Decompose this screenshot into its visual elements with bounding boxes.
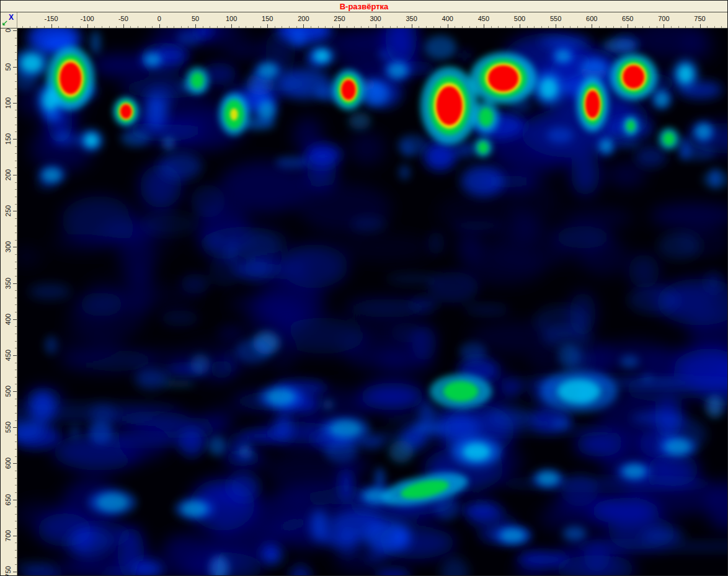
x-tick-label: 600 [586,15,597,22]
x-tick-label: 500 [514,15,525,22]
x-major-tick [195,24,196,28]
x-minor-tick [73,26,73,28]
x-ruler: -150-100-5005010015020025030035040045050… [17,12,728,29]
x-major-tick [51,24,52,28]
y-tick-label: 250 [4,205,12,216]
y-minor-tick [15,153,17,154]
x-axis-indicator: X [9,13,14,22]
y-minor-tick [15,514,17,515]
y-minor-tick [15,95,17,96]
x-major-tick [231,24,232,28]
y-minor-tick [15,377,17,378]
y-major-tick [13,175,17,175]
x-minor-tick [462,26,463,28]
y-tick-label: 150 [4,133,12,144]
x-minor-tick [80,26,81,28]
y-minor-tick [15,262,17,262]
x-major-tick [267,24,268,28]
x-minor-tick [657,26,657,28]
y-minor-tick [15,60,17,60]
y-minor-tick [15,341,17,342]
depth-axis-arrow-icon [1,20,8,27]
y-major-tick [13,139,17,140]
y-major-tick [13,67,17,68]
x-minor-tick [22,26,23,28]
x-minor-tick [44,26,45,28]
y-tick-label: 600 [4,458,12,469]
x-tick-label: 200 [298,15,309,22]
y-minor-tick [15,492,17,493]
y-major-tick [13,247,17,247]
x-major-tick [87,24,88,28]
x-minor-tick [325,26,326,28]
y-minor-tick [15,471,17,471]
x-minor-tick [203,26,203,28]
x-minor-tick [649,26,650,28]
x-minor-tick [534,26,535,28]
x-minor-tick [181,26,182,28]
x-minor-tick [635,26,636,28]
y-tick-label: 750 [4,566,12,576]
y-tick-label: 700 [4,530,12,541]
x-minor-tick [275,26,275,28]
y-minor-tick [15,550,17,551]
window-title: В-развёртка [340,2,389,11]
x-minor-tick [721,26,722,28]
x-minor-tick [66,26,66,28]
x-minor-tick [102,26,102,28]
y-major-tick [13,319,17,320]
x-minor-tick [491,26,492,28]
x-major-tick [412,24,412,28]
x-minor-tick [253,26,254,28]
y-minor-tick [15,304,17,305]
y-minor-tick [15,38,17,38]
y-minor-tick [15,363,17,363]
x-minor-tick [685,26,686,28]
y-minor-tick [15,420,17,421]
x-minor-tick [282,26,282,28]
x-minor-tick [455,26,455,28]
x-minor-tick [318,26,319,28]
x-minor-tick [246,26,246,28]
x-minor-tick [224,26,225,28]
y-tick-label: 450 [4,350,12,361]
x-tick-label: 50 [192,15,199,22]
x-minor-tick [512,26,513,28]
x-minor-tick [613,26,614,28]
y-minor-tick [15,348,17,348]
x-minor-tick [354,26,355,28]
x-minor-tick [361,26,362,28]
x-major-tick [556,24,556,28]
y-major-tick [13,463,17,464]
y-minor-tick [15,413,17,414]
bscan-plot-area[interactable] [18,29,728,576]
y-minor-tick [15,74,17,74]
x-minor-tick [707,26,708,28]
x-minor-tick [548,26,549,28]
x-minor-tick [570,26,570,28]
y-minor-tick [15,268,17,269]
x-major-tick [303,24,304,28]
y-tick-label: 50 [4,63,12,71]
x-minor-tick [368,26,369,28]
x-major-tick [339,24,340,28]
x-minor-tick [37,26,37,28]
y-minor-tick [15,204,17,205]
bscan-heatmap [18,29,728,576]
y-tick-label: 300 [4,241,12,252]
y-minor-tick [15,384,17,384]
y-major-tick [13,103,17,104]
y-ruler: 0501001502002503003504004505005506006507… [1,29,17,576]
x-minor-tick [130,26,131,28]
x-minor-tick [426,26,427,28]
y-tick-label: 650 [4,494,12,505]
y-major-tick [13,355,17,356]
y-minor-tick [15,45,17,46]
x-tick-label: 350 [406,15,417,22]
x-minor-tick [585,26,585,28]
title-bar: В-развёртка [1,1,727,12]
y-tick-label: 0 [4,29,12,32]
x-major-tick [123,24,124,28]
y-minor-tick [15,449,17,450]
x-tick-label: 150 [262,15,273,22]
